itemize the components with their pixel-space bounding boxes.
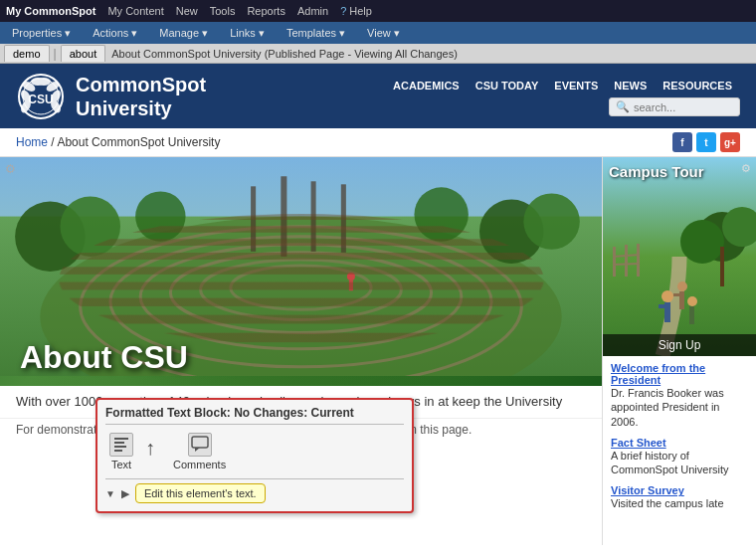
nav-academics[interactable]: ACADEMICS [385,76,468,95]
hero-title: About CSU [20,339,188,376]
nav-csu-today[interactable]: CSU TODAY [468,76,547,95]
edit-text-bubble[interactable]: Edit this element's text. [135,483,266,503]
campus-tour-title: Campus Tour [609,163,704,180]
svg-point-43 [687,296,697,306]
svg-point-37 [662,290,673,302]
tab-about[interactable]: about [61,45,106,62]
sidebar-link-1: Fact Sheet A brief history of CommonSpot… [611,437,748,477]
breadcrumb-home[interactable]: Home [16,135,48,149]
tooltip-actions: Text ↑ Comments [105,429,404,474]
sidebar-link-title-2[interactable]: Visitor Survey [611,484,748,496]
expand-label: ▶ [121,487,129,500]
breadcrumb-current: About CommonSpot University [57,135,220,149]
menu-view[interactable]: View ▾ [361,25,406,42]
svg-line-49 [613,264,640,265]
svg-rect-46 [625,245,628,277]
svg-point-18 [201,260,402,320]
menu-my-content[interactable]: My Content [107,5,163,17]
text-action-icon[interactable] [109,433,133,457]
comments-action-icon[interactable] [188,433,212,457]
page-wrapper: My CommonSpot My Content New Tools Repor… [0,0,756,559]
twitter-icon[interactable]: t [696,132,716,152]
campus-tour-gear-icon[interactable]: ⚙ [741,162,751,175]
search-icon: 🔍 [616,100,630,113]
svg-rect-28 [251,186,256,252]
top-menu-bar: My CommonSpot My Content New Tools Repor… [0,0,756,22]
logo-text: CommonSpot University [76,73,206,120]
svg-rect-44 [689,306,694,324]
menu-manage[interactable]: Manage ▾ [153,25,214,42]
tooltip-divider [105,478,404,479]
tab-page-title: About CommonSpot University (Published P… [111,48,458,60]
facebook-icon[interactable]: f [672,132,692,152]
svg-rect-50 [114,438,128,440]
svg-point-21 [61,196,121,256]
sidebar-link-2: Visitor Survey Visited the campus late [611,484,748,510]
second-menu-bar: Properties ▾ Actions ▾ Manage ▾ Links ▾ … [0,22,756,44]
svg-rect-45 [613,247,616,277]
hero-gear-icon[interactable]: ⚙ [5,162,16,176]
breadcrumb-bar: Home / About CommonSpot University f t g… [0,128,756,157]
brand-label[interactable]: My CommonSpot [6,5,95,17]
right-sidebar: Campus Tour ⚙ Sign Up Welcome from the P… [602,157,756,545]
svg-text:CSU: CSU [28,93,53,106]
sidebar-link-title-1[interactable]: Fact Sheet [611,437,748,449]
menu-reports[interactable]: Reports [247,5,285,17]
tooltip-action-comments[interactable]: Comments [169,429,230,474]
sidebar-link-desc-0: Dr. Francis Booker was appointed Preside… [611,386,748,429]
tooltip-action-text[interactable]: Text [105,429,137,474]
menu-tools[interactable]: Tools [210,5,236,17]
breadcrumb-separator: / [51,135,54,149]
svg-point-40 [677,281,687,291]
tooltip-popup: Formatted Text Block: No Changes: Curren… [95,398,414,513]
svg-rect-52 [114,446,126,448]
nav-resources[interactable]: RESOURCES [655,76,740,95]
nav-events[interactable]: EVENTS [546,76,606,95]
tooltip-divider-top [105,424,404,425]
campus-tour-section: Campus Tour ⚙ Sign Up [603,157,756,356]
tooltip-edit-row: ▼ ▶ Edit this element's text. [105,483,404,503]
search-input[interactable] [634,101,733,113]
menu-actions[interactable]: Actions ▾ [87,25,143,42]
svg-rect-51 [114,442,124,444]
cursor-indicator: ↑ [145,437,155,460]
tab-bar: demo | about About CommonSpot University… [0,44,756,64]
svg-rect-36 [720,247,724,286]
menu-new[interactable]: New [176,5,198,17]
social-icons: f t g+ [672,132,740,152]
googleplus-icon[interactable]: g+ [720,132,740,152]
sidebar-link-desc-2: Visited the campus late [611,496,748,510]
menu-properties[interactable]: Properties ▾ [6,25,77,42]
hero-image: About CSU ⚙ [0,157,602,386]
sidebar-links: Welcome from the President Dr. Francis B… [603,356,756,525]
svg-rect-29 [341,184,346,253]
sidebar-link-title-0[interactable]: Welcome from the President [611,362,748,386]
svg-point-24 [135,191,185,241]
text-action-label: Text [111,459,131,470]
svg-rect-54 [192,437,208,448]
tab-demo[interactable]: demo [4,45,50,62]
nav-news[interactable]: NEWS [606,76,655,95]
svg-point-7 [37,78,51,86]
menu-links[interactable]: Links ▾ [224,25,271,42]
sidebar-link-0: Welcome from the President Dr. Francis B… [611,362,748,429]
tab-separator: | [54,47,57,61]
breadcrumb: Home / About CommonSpot University [16,135,220,149]
sign-up-bar[interactable]: Sign Up [603,334,756,356]
svg-rect-27 [311,181,316,252]
tooltip-title: Formatted Text Block: No Changes: Curren… [105,406,404,420]
svg-point-23 [523,193,579,249]
svg-point-17 [170,253,431,333]
menu-templates[interactable]: Templates ▾ [281,25,351,42]
svg-rect-39 [659,304,666,308]
menu-help[interactable]: ? Help [340,5,372,17]
svg-rect-26 [281,176,286,257]
svg-rect-47 [637,244,640,277]
menu-admin[interactable]: Admin [297,5,328,17]
search-input-area[interactable]: 🔍 [609,97,740,116]
svg-point-19 [231,266,371,309]
header-nav-row: ACADEMICS CSU TODAY EVENTS NEWS RESOURCE… [385,76,740,116]
comments-action-label: Comments [173,459,226,470]
logo-area: CSU CommonSpot University [16,72,206,121]
svg-rect-31 [349,280,353,290]
